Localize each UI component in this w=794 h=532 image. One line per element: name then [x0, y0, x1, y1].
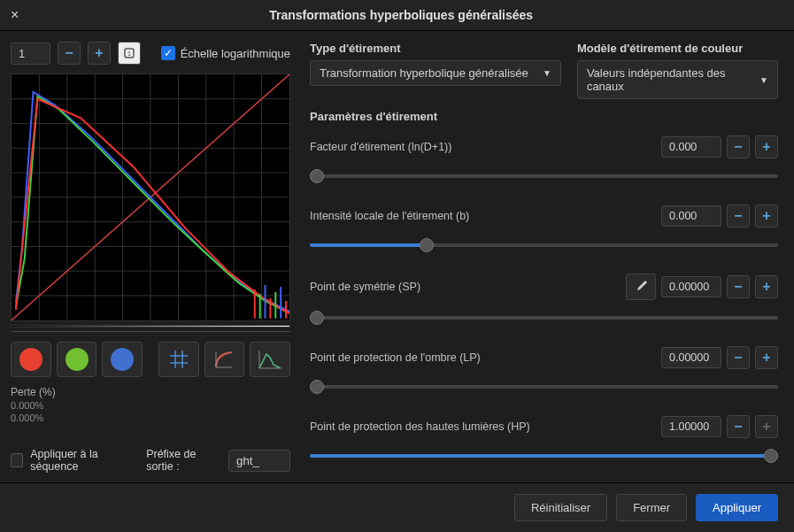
- color-model-dropdown[interactable]: Valeurs indépendantes des canaux ▼: [577, 60, 778, 99]
- curve-mode-button[interactable]: [204, 342, 245, 377]
- stretch-type-dropdown[interactable]: Transformation hyperbolique généralisée …: [310, 60, 561, 86]
- close-icon[interactable]: ×: [11, 7, 19, 23]
- chevron-down-icon: ▼: [759, 75, 768, 85]
- param-d-label: Facteur d'étirement (ln(D+1)): [310, 141, 451, 153]
- param-sp-input[interactable]: [661, 276, 721, 297]
- param-d-slider[interactable]: [310, 167, 778, 185]
- green-circle-icon: [66, 348, 89, 371]
- param-b-slider[interactable]: [310, 236, 778, 254]
- param-d-input[interactable]: [661, 136, 721, 158]
- check-icon: ✓: [161, 46, 175, 60]
- histogram-mode-button[interactable]: [250, 342, 290, 377]
- apply-sequence-label: Appliquer à la séquence: [30, 448, 134, 473]
- chevron-down-icon: ▼: [543, 68, 551, 78]
- grid-icon: [168, 349, 189, 370]
- param-d-plus-button[interactable]: +: [755, 135, 778, 158]
- reset-count-button[interactable]: 1: [118, 42, 141, 65]
- gradient-bar: [11, 325, 290, 328]
- param-lp-minus-button[interactable]: −: [727, 346, 750, 369]
- param-hp-plus-button[interactable]: +: [755, 415, 778, 438]
- blue-circle-icon: [111, 348, 134, 371]
- histogram-plot: [11, 73, 290, 321]
- red-channel-button[interactable]: [11, 342, 51, 377]
- grid-toggle-button[interactable]: [158, 342, 199, 377]
- param-b-label: Intensité locale de l'étirement (b): [310, 210, 469, 222]
- stretch-type-value: Transformation hyperbolique généralisée: [320, 66, 528, 80]
- blue-channel-button[interactable]: [102, 342, 143, 377]
- sp-eyedropper-button[interactable]: [626, 274, 656, 300]
- histogram-icon: [258, 349, 282, 370]
- count-minus-button[interactable]: −: [58, 42, 81, 65]
- prefix-label: Préfixe de sortie :: [146, 448, 221, 473]
- param-b-minus-button[interactable]: −: [727, 204, 750, 227]
- reset-button[interactable]: Réinitialiser: [514, 494, 607, 521]
- log-scale-label: Échelle logarithmique: [181, 47, 290, 60]
- param-b-plus-button[interactable]: +: [755, 204, 778, 227]
- loss-value-2: 0.000%: [11, 412, 290, 423]
- param-hp-input[interactable]: [661, 416, 721, 437]
- color-model-label: Modèle d'étirement de couleur: [577, 42, 778, 55]
- count-plus-button[interactable]: +: [88, 42, 111, 65]
- param-hp-minus-button[interactable]: −: [727, 415, 750, 438]
- apply-button[interactable]: Appliquer: [696, 494, 778, 521]
- window-title: Transformations hyperboliques généralisé…: [19, 8, 783, 22]
- loss-value-1: 0.000%: [11, 400, 290, 411]
- curve-icon: [213, 349, 235, 370]
- param-lp-slider[interactable]: [310, 378, 778, 396]
- param-sp-slider[interactable]: [310, 309, 778, 327]
- param-b-input[interactable]: [661, 205, 721, 227]
- apply-sequence-checkbox[interactable]: [11, 453, 23, 467]
- param-sp-plus-button[interactable]: +: [755, 275, 778, 298]
- param-hp-label: Point de protection des hautes lumières …: [310, 420, 530, 433]
- eyedropper-icon: [633, 279, 649, 295]
- log-scale-checkbox[interactable]: ✓ Échelle logarithmique: [161, 46, 290, 60]
- prefix-input[interactable]: [228, 450, 290, 472]
- stretch-type-label: Type d'étirement: [310, 42, 561, 55]
- svg-text:1: 1: [127, 50, 132, 58]
- loss-label: Perte (%): [11, 386, 290, 398]
- close-button[interactable]: Fermer: [616, 494, 687, 521]
- param-hp-slider[interactable]: [310, 447, 778, 465]
- param-sp-minus-button[interactable]: −: [727, 275, 750, 298]
- params-section-title: Paramètres d'étirement: [310, 110, 778, 123]
- param-lp-plus-button[interactable]: +: [755, 346, 778, 369]
- green-channel-button[interactable]: [57, 342, 97, 377]
- color-model-value: Valeurs indépendantes des canaux: [587, 66, 759, 93]
- param-lp-input[interactable]: [661, 347, 721, 368]
- reset-icon: 1: [123, 47, 135, 59]
- param-d-minus-button[interactable]: −: [727, 135, 750, 158]
- red-circle-icon: [19, 348, 42, 371]
- param-lp-label: Point de protection de l'ombre (LP): [310, 351, 481, 364]
- param-sp-label: Point de symétrie (SP): [310, 281, 420, 293]
- count-input[interactable]: [11, 42, 50, 65]
